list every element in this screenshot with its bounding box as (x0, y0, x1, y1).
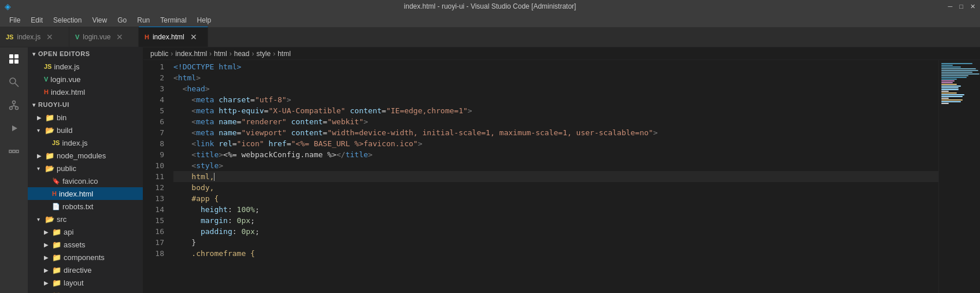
open-icon-js: JS (44, 63, 51, 70)
menu-view[interactable]: View (87, 15, 112, 25)
title-bar: ◈ index.html - ruoyi-ui - Visual Studio … (0, 0, 980, 13)
tab-login-vue[interactable]: V login.vue ✕ (69, 27, 139, 47)
sidebar-item-directive[interactable]: ▶ 📁 directive (28, 264, 143, 276)
explorer-chevron: ▾ (32, 102, 38, 108)
sidebar-item-index-html[interactable]: H index.html (28, 187, 143, 200)
sidebar-item-src[interactable]: ▾ 📂 src (28, 213, 143, 225)
assets-label: assets (64, 240, 86, 249)
close-button[interactable]: ✕ (970, 3, 975, 10)
tab-index-html[interactable]: H index.html ✕ (139, 27, 208, 47)
api-folder-icon: 📁 (52, 228, 61, 236)
open-editors-chevron: ▾ (32, 51, 38, 57)
activity-debug[interactable] (5, 119, 23, 138)
bin-label: bin (57, 113, 66, 122)
breadcrumb-head: head (234, 50, 250, 58)
tab-close-login-vue[interactable]: ✕ (116, 32, 123, 42)
breadcrumb-index-html: index.html (175, 50, 207, 58)
breadcrumb-html2: html (278, 50, 291, 58)
line-10: <style> (173, 160, 938, 171)
line-14: height: 100%; (173, 204, 938, 215)
line-12: body, (173, 182, 938, 193)
line-1: <!DOCTYPE html> (173, 61, 938, 72)
line-7: <meta name="viewport" content="width=dev… (173, 127, 938, 138)
sidebar-item-public[interactable]: ▾ 📂 public (28, 162, 143, 175)
editor-area[interactable]: public › index.html › html › head › styl… (143, 47, 980, 293)
sidebar-item-layout[interactable]: ▶ 📁 layout (28, 276, 143, 289)
menu-selection[interactable]: Selection (49, 15, 86, 25)
sidebar-item-assets[interactable]: ▶ 📁 assets (28, 238, 143, 251)
sidebar-explorer-header[interactable]: ▾ RUOYI-UI (28, 98, 143, 111)
sidebar-item-router[interactable]: ▾ 📂 router (28, 289, 143, 293)
svg-line-5 (15, 83, 19, 87)
minimize-button[interactable]: ─ (948, 3, 953, 10)
directive-label: directive (64, 266, 91, 275)
tab-close-index-js[interactable]: ✕ (46, 32, 53, 42)
line-17: } (173, 237, 938, 248)
activity-git[interactable] (5, 96, 23, 114)
svg-point-4 (10, 78, 16, 84)
sidebar-item-node-modules[interactable]: ▶ 📁 node_modules (28, 149, 143, 162)
menu-file[interactable]: File (5, 15, 25, 25)
menu-run[interactable]: Run (132, 15, 154, 25)
sep5: › (273, 50, 275, 58)
components-folder-icon: 📁 (52, 253, 61, 262)
svg-rect-13 (9, 150, 12, 153)
line-16: padding: 0px; (173, 226, 938, 237)
code-lines[interactable]: <!DOCTYPE html> <html> <head> <meta char… (169, 60, 938, 293)
menu-terminal[interactable]: Terminal (156, 15, 191, 25)
menu-edit[interactable]: Edit (26, 15, 47, 25)
menu-go[interactable]: Go (113, 15, 131, 25)
router-folder-icon: 📂 (52, 291, 61, 294)
activity-extensions[interactable] (5, 142, 23, 161)
sidebar-item-api[interactable]: ▶ 📁 api (28, 225, 143, 238)
code-content[interactable]: 12345 678910 1112131415 161718 <!DOCTYPE… (143, 60, 980, 293)
tab-icon-html: H (145, 34, 149, 40)
svg-line-10 (11, 106, 14, 107)
open-icon-vue: V (44, 76, 48, 83)
node-modules-icon: 📁 (45, 151, 54, 160)
public-label: public (57, 164, 76, 173)
open-file-index-js[interactable]: JS index.js (28, 60, 143, 73)
sidebar-item-build[interactable]: ▾ 📂 build (28, 124, 143, 136)
sidebar-item-components[interactable]: ▶ 📁 components (28, 251, 143, 264)
tab-close-index-html[interactable]: ✕ (190, 32, 197, 42)
app-icon: ◈ (5, 2, 11, 11)
open-file-vue-label: login.vue (50, 75, 80, 84)
sidebar-item-build-index-js[interactable]: JS index.js (28, 136, 143, 149)
open-file-index-html[interactable]: H index.html (28, 86, 143, 98)
svg-line-11 (14, 106, 17, 107)
svg-point-6 (13, 101, 16, 104)
line-4: <meta charset="utf-8"> (173, 94, 938, 105)
assets-folder-icon: 📁 (52, 240, 61, 249)
open-file-login-vue[interactable]: V login.vue (28, 73, 143, 86)
components-chevron: ▶ (44, 254, 50, 261)
svg-point-7 (10, 107, 13, 110)
bin-chevron: ▶ (37, 114, 43, 121)
line-13: #app { (173, 193, 938, 204)
title-bar-controls[interactable]: ─ □ ✕ (948, 3, 975, 10)
tab-label-index-js: index.js (17, 33, 40, 41)
sidebar-item-bin[interactable]: ▶ 📁 bin (28, 111, 143, 124)
activity-explorer[interactable] (5, 50, 23, 68)
line-numbers: 12345 678910 1112131415 161718 (143, 60, 169, 293)
build-folder-icon: 📂 (45, 126, 54, 135)
sidebar-item-favicon[interactable]: 🔖 favicon.ico (28, 175, 143, 187)
breadcrumb: public › index.html › html › head › styl… (143, 47, 980, 60)
activity-search[interactable] (5, 73, 23, 91)
sidebar-open-editors-header[interactable]: ▾ OPEN EDITORS (28, 47, 143, 60)
open-file-html-label: index.html (51, 88, 85, 97)
line-6: <meta name="renderer" content="webkit"> (173, 116, 938, 127)
api-chevron: ▶ (44, 229, 50, 235)
menu-bar: File Edit Selection View Go Run Terminal… (0, 13, 980, 27)
src-chevron: ▾ (37, 216, 43, 222)
breadcrumb-public: public (150, 50, 168, 58)
tab-bar: JS index.js ✕ V login.vue ✕ H index.html… (0, 27, 980, 47)
svg-rect-14 (13, 150, 15, 153)
maximize-button[interactable]: □ (959, 3, 963, 10)
layout-folder-icon: 📁 (52, 279, 61, 287)
tab-icon-vue: V (75, 34, 79, 40)
menu-help[interactable]: Help (193, 15, 216, 25)
index-html-icon: H (52, 190, 57, 197)
sidebar-item-robots[interactable]: 📄 robots.txt (28, 200, 143, 213)
tab-index-js[interactable]: JS index.js ✕ (0, 27, 69, 47)
